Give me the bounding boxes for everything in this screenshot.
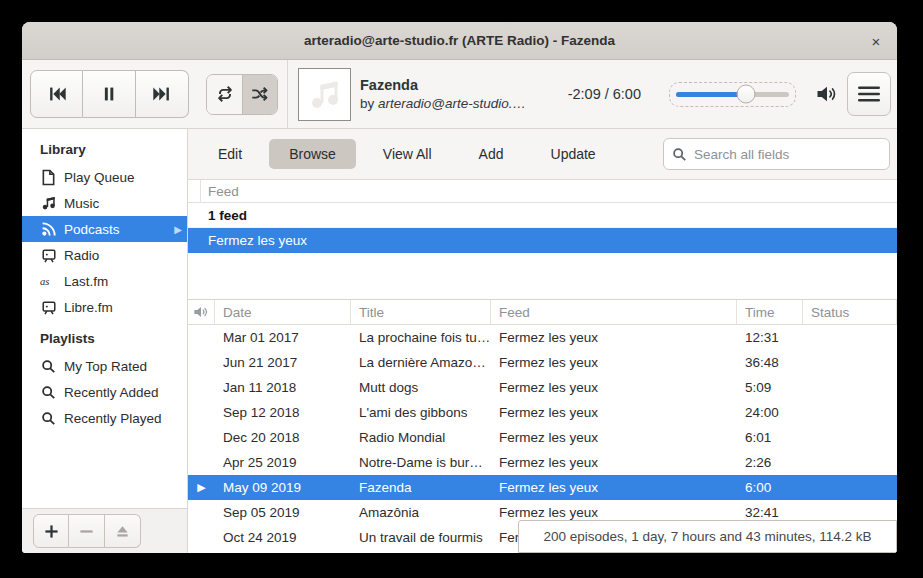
- shuffle-toggle[interactable]: [242, 75, 277, 114]
- sidebar-item-label: Music: [64, 196, 99, 211]
- add-button[interactable]: Add: [459, 139, 524, 169]
- episode-time: 6:00: [737, 475, 803, 500]
- feed-count-label: 1 feed: [208, 208, 247, 223]
- rss-icon: [40, 221, 57, 238]
- episode-title: Mutt dogs: [351, 375, 491, 400]
- search-icon: [40, 358, 57, 375]
- search-field[interactable]: [663, 138, 890, 170]
- playing-indicator-cell: [188, 400, 215, 425]
- title-column-header[interactable]: Title: [351, 300, 491, 324]
- feed-header-spacer: [188, 180, 201, 202]
- toolbar-separator: [287, 60, 288, 128]
- volume-button[interactable]: [816, 84, 838, 104]
- episode-feed: Fermez les yeux: [491, 375, 737, 400]
- view-all-button[interactable]: View All: [363, 139, 452, 169]
- repeat-icon: [215, 84, 235, 104]
- sidebar-item-recently-added[interactable]: Recently Added: [22, 379, 187, 405]
- pause-button[interactable]: [83, 70, 136, 118]
- playback-mode-toggles: [206, 74, 278, 115]
- sidebar-item-radio[interactable]: Radio: [22, 242, 187, 268]
- edit-button[interactable]: Edit: [198, 139, 262, 169]
- episode-row[interactable]: Dec 20 2018 Radio Mondial Fermez les yeu…: [188, 425, 897, 450]
- episode-row[interactable]: Jan 11 2018 Mutt dogs Fermez les yeux 5:…: [188, 375, 897, 400]
- sidebar-item-label: Radio: [64, 248, 99, 263]
- speaker-icon: [816, 84, 838, 104]
- time-column-header[interactable]: Time: [737, 300, 803, 324]
- episode-title: L'ami des gibbons: [351, 400, 491, 425]
- playing-indicator-cell: [188, 350, 215, 375]
- toolbar-right-cluster: -2:09 / 6:00: [568, 72, 892, 116]
- episode-feed: Fermez les yeux: [491, 475, 737, 500]
- seek-slider-handle[interactable]: [737, 85, 756, 104]
- skip-backward-icon: [46, 83, 68, 105]
- episode-title: Fazenda: [351, 475, 491, 500]
- episode-feed: Fermez les yeux: [491, 325, 737, 350]
- seek-slider-fill: [676, 92, 746, 97]
- feed-column-header[interactable]: Feed: [188, 180, 897, 203]
- minus-icon: [79, 524, 94, 539]
- status-column-header[interactable]: Status: [803, 300, 897, 324]
- lastfm-icon: as: [40, 273, 57, 290]
- search-input[interactable]: [694, 147, 881, 162]
- episode-date: Oct 24 2019: [215, 525, 351, 550]
- music-note-placeholder-icon: [306, 75, 344, 113]
- sidebar-item-music[interactable]: Music: [22, 190, 187, 216]
- update-button[interactable]: Update: [531, 139, 616, 169]
- add-source-button[interactable]: [33, 514, 69, 548]
- sidebar: Library Play Queue Music Podcasts ▶ Rad: [22, 129, 188, 553]
- svg-text:as: as: [40, 276, 49, 287]
- search-icon: [40, 410, 57, 427]
- browse-button[interactable]: Browse: [269, 139, 356, 169]
- close-button[interactable]: ×: [864, 29, 888, 53]
- sidebar-item-label: Libre.fm: [64, 300, 113, 315]
- remove-source-button[interactable]: [69, 514, 105, 548]
- episode-row[interactable]: Mar 01 2017 La prochaine fois tu… Fermez…: [188, 325, 897, 350]
- episode-status: [803, 475, 897, 500]
- feed-column-header[interactable]: Feed: [491, 300, 737, 324]
- episode-row-selected[interactable]: ▶ May 09 2019 Fazenda Fermez les yeux 6:…: [188, 475, 897, 500]
- episode-title: Notre-Dame is bur…: [351, 450, 491, 475]
- playing-column-header[interactable]: [188, 300, 215, 324]
- episode-row[interactable]: Sep 12 2018 L'ami des gibbons Fermez les…: [188, 400, 897, 425]
- sidebar-item-podcasts[interactable]: Podcasts ▶: [22, 216, 187, 242]
- sidebar-item-label: Last.fm: [64, 274, 108, 289]
- episodes-table: Date Title Feed Time Status Mar 01 2017 …: [188, 299, 897, 553]
- expander-arrow-icon[interactable]: ▶: [174, 224, 182, 235]
- feed-count-row[interactable]: 1 feed: [188, 203, 897, 228]
- now-playing-info: Fazenda by arteradio@arte-studio.…: [360, 75, 526, 113]
- feed-row-selected[interactable]: Fermez les yeux: [188, 228, 897, 253]
- date-column-header[interactable]: Date: [215, 300, 351, 324]
- episode-time: 12:31: [737, 325, 803, 350]
- episode-date: Apr 25 2019: [215, 450, 351, 475]
- transport-controls: [30, 70, 189, 118]
- sidebar-item-play-queue[interactable]: Play Queue: [22, 164, 187, 190]
- skip-forward-icon: [151, 83, 173, 105]
- episode-time: 36:48: [737, 350, 803, 375]
- sidebar-item-my-top-rated[interactable]: My Top Rated: [22, 353, 187, 379]
- episode-row[interactable]: Apr 25 2019 Notre-Dame is bur… Fermez le…: [188, 450, 897, 475]
- player-toolbar: Fazenda by arteradio@arte-studio.… -2:09…: [22, 60, 897, 129]
- episode-date: Sep 05 2019: [215, 500, 351, 525]
- episode-feed: Fermez les yeux: [491, 450, 737, 475]
- eject-button[interactable]: [105, 514, 141, 548]
- sidebar-item-label: Recently Added: [64, 385, 159, 400]
- episode-date: Jun 21 2017: [215, 350, 351, 375]
- hamburger-menu-icon: [858, 85, 880, 103]
- source-list: Library Play Queue Music Podcasts ▶ Rad: [22, 129, 187, 508]
- browse-toolbar: Edit Browse View All Add Update: [188, 129, 897, 180]
- sidebar-item-lastfm[interactable]: as Last.fm: [22, 268, 187, 294]
- titlebar: arteradio@arte-studio.fr (ARTE Radio) - …: [22, 22, 897, 60]
- next-button[interactable]: [136, 70, 189, 118]
- sidebar-item-recently-played[interactable]: Recently Played: [22, 405, 187, 431]
- seek-slider[interactable]: [669, 82, 796, 107]
- sidebar-item-librefm[interactable]: Libre.fm: [22, 294, 187, 320]
- app-menu-button[interactable]: [847, 72, 891, 116]
- episode-status: [803, 325, 897, 350]
- repeat-toggle[interactable]: [207, 75, 242, 114]
- episode-status: [803, 400, 897, 425]
- episode-date: Mar 01 2017: [215, 325, 351, 350]
- episode-row[interactable]: Jun 21 2017 La dernière Amazo… Fermez le…: [188, 350, 897, 375]
- episode-title: Radio Mondial: [351, 425, 491, 450]
- seek-slider-track[interactable]: [676, 92, 789, 97]
- previous-button[interactable]: [30, 70, 83, 118]
